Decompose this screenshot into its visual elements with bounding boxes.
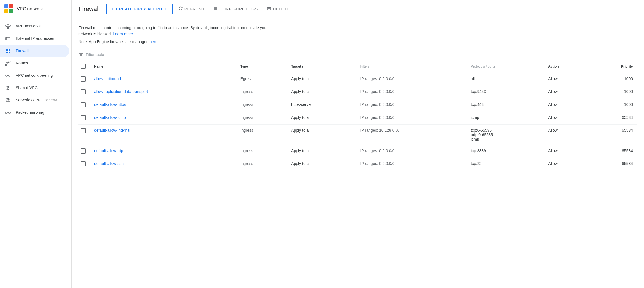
sidebar-item-label: Packet mirroring: [16, 110, 44, 115]
svg-rect-23: [9, 112, 10, 113]
row-checkbox[interactable]: [81, 148, 86, 154]
row-checkbox-cell: [78, 112, 90, 124]
description-text: Firewall rules control incoming or outgo…: [78, 25, 280, 37]
col-targets: Targets: [287, 60, 356, 73]
rule-name-link[interactable]: default-allow-icmp: [94, 115, 126, 120]
filter-icon: [78, 52, 84, 58]
row-name: default-allow-ssh: [90, 158, 236, 171]
row-name: allow-outbound: [90, 73, 236, 86]
sidebar-item-label: Shared VPC: [16, 85, 38, 91]
sidebar-item-external-ip[interactable]: External IP addresses: [0, 32, 69, 45]
row-priority: 65534: [589, 145, 637, 158]
sidebar-item-packet-mirroring[interactable]: Packet mirroring: [0, 106, 69, 119]
row-action: Allow: [544, 99, 589, 112]
select-all-checkbox[interactable]: [81, 64, 86, 69]
configure-logs-button[interactable]: CONFIGURE LOGS: [210, 4, 261, 14]
table-row: default-allow-ssh Ingress Apply to all I…: [78, 158, 637, 171]
row-name: allow-replication-data-transport: [90, 86, 236, 99]
rule-name-link[interactable]: allow-outbound: [94, 76, 121, 81]
row-checkbox[interactable]: [81, 102, 86, 107]
row-type: Ingress: [236, 99, 287, 112]
row-name: default-allow-rdp: [90, 145, 236, 158]
rule-name-link[interactable]: default-allow-ssh: [94, 161, 124, 166]
row-protocols: tcp:3389: [466, 145, 544, 158]
row-checkbox[interactable]: [81, 161, 86, 166]
row-filters: IP ranges: 0.0.0.0/0: [356, 86, 467, 99]
configure-logs-icon: [214, 6, 218, 11]
row-priority: 1000: [589, 99, 637, 112]
content-area: Firewall rules control incoming or outgo…: [72, 18, 644, 288]
row-action: Allow: [544, 73, 589, 86]
serverless-vpc-icon: [4, 97, 11, 104]
rule-name-link[interactable]: default-allow-rdp: [94, 148, 123, 153]
row-type: Ingress: [236, 158, 287, 171]
sidebar-header: VPC network: [0, 0, 71, 18]
table-header-row: Name Type Targets Filters Protocols / po…: [78, 60, 637, 73]
table-row: default-allow-https Ingress https-server…: [78, 99, 637, 112]
note-text: Note: App Engine firewalls are managed h…: [78, 40, 637, 44]
app-logo: [4, 4, 13, 13]
row-protocols: tcp:22: [466, 158, 544, 171]
rule-name-link[interactable]: allow-replication-data-transport: [94, 89, 148, 94]
row-filters: IP ranges: 0.0.0.0/0: [356, 112, 467, 124]
row-checkbox-cell: [78, 86, 90, 99]
row-action: Allow: [544, 112, 589, 124]
col-action: Action: [544, 60, 589, 73]
sidebar-title: VPC network: [17, 6, 43, 11]
sidebar-item-serverless-vpc[interactable]: Serverless VPC access: [0, 94, 69, 106]
row-checkbox-cell: [78, 145, 90, 158]
create-firewall-rule-button[interactable]: + CREATE FIREWALL RULE: [106, 4, 173, 14]
row-priority: 1000: [589, 86, 637, 99]
row-protocols: icmp: [466, 112, 544, 124]
svg-rect-11: [6, 49, 10, 50]
learn-more-link[interactable]: Learn more: [113, 32, 133, 36]
firewall-icon: [4, 48, 11, 54]
sidebar-item-routes[interactable]: Routes: [0, 57, 69, 69]
row-action: Allow: [544, 124, 589, 145]
row-type: Ingress: [236, 112, 287, 124]
rule-name-link[interactable]: default-allow-internal: [94, 128, 130, 133]
routes-icon: [4, 60, 11, 67]
row-protocols: tcp:443: [466, 99, 544, 112]
sidebar-item-firewall[interactable]: Firewall: [0, 45, 69, 57]
sidebar-item-vpc-networks[interactable]: VPC networks: [0, 20, 69, 32]
firewall-rules-table: Name Type Targets Filters Protocols / po…: [78, 60, 637, 171]
here-link[interactable]: here: [150, 40, 157, 44]
row-checkbox-cell: [78, 158, 90, 171]
row-targets: Apply to all: [287, 145, 356, 158]
top-bar: Firewall + CREATE FIREWALL RULE REFRESH: [72, 0, 644, 18]
row-checkbox[interactable]: [81, 76, 86, 82]
col-type: Type: [236, 60, 287, 73]
row-checkbox[interactable]: [81, 128, 86, 133]
sidebar-item-label: Routes: [16, 61, 28, 66]
row-type: Ingress: [236, 124, 287, 145]
row-checkbox[interactable]: [81, 115, 86, 120]
plus-icon: +: [112, 6, 114, 11]
col-filters: Filters: [356, 60, 467, 73]
table-row: default-allow-internal Ingress Apply to …: [78, 124, 637, 145]
row-protocols: tcp:0-65535udp:0-65535icmp: [466, 124, 544, 145]
vpc-networks-icon: [4, 23, 11, 30]
row-priority: 1000: [589, 73, 637, 86]
refresh-icon: [178, 6, 183, 11]
sidebar-item-label: VPC network peering: [16, 73, 53, 78]
svg-rect-13: [6, 52, 10, 53]
col-name: Name: [90, 60, 236, 73]
row-targets: Apply to all: [287, 124, 356, 145]
row-name: default-allow-https: [90, 99, 236, 112]
filter-placeholder[interactable]: Filter table: [86, 52, 104, 57]
row-targets: Apply to all: [287, 112, 356, 124]
row-action: Allow: [544, 145, 589, 158]
main-content: Firewall + CREATE FIREWALL RULE REFRESH: [72, 0, 644, 288]
row-checkbox-cell: [78, 73, 90, 86]
sidebar-item-vpc-peering[interactable]: VPC network peering: [0, 69, 69, 82]
row-checkbox[interactable]: [81, 89, 86, 94]
row-priority: 65534: [589, 112, 637, 124]
packet-mirroring-icon: [4, 109, 11, 116]
rule-name-link[interactable]: default-allow-https: [94, 102, 126, 107]
refresh-button[interactable]: REFRESH: [175, 4, 208, 14]
row-targets: Apply to all: [287, 158, 356, 171]
row-filters: IP ranges: 0.0.0.0/0: [356, 73, 467, 86]
sidebar-item-shared-vpc[interactable]: Shared VPC: [0, 82, 69, 94]
delete-button[interactable]: DELETE: [263, 4, 293, 14]
